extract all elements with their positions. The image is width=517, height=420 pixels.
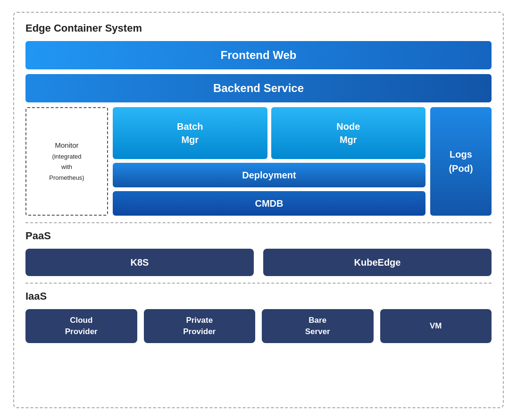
divider-ecs-paas <box>25 222 492 223</box>
center-stack: BatchMgr NodeMgr Deployment CMDB <box>113 107 425 216</box>
cmdb-box: CMDB <box>113 191 425 216</box>
top-two-row: BatchMgr NodeMgr <box>113 107 425 159</box>
kubeedge-label: KubeEdge <box>354 257 401 268</box>
cmdb-label: CMDB <box>255 198 284 209</box>
node-mgr-box: NodeMgr <box>271 107 426 159</box>
node-mgr-label: NodeMgr <box>336 120 360 146</box>
paas-title: PaaS <box>25 230 492 242</box>
batch-mgr-label: BatchMgr <box>177 120 203 146</box>
frontend-web-label: Frontend Web <box>221 49 297 62</box>
deployment-label: Deployment <box>242 170 296 181</box>
iaas-vm: VM <box>380 309 492 343</box>
paas-section: PaaS K8S KubeEdge <box>25 230 492 276</box>
iaas-bare-server: BareServer <box>262 309 374 343</box>
k8s-box: K8S <box>25 249 254 276</box>
ecs-section: Edge Container System Frontend Web Backe… <box>25 22 492 216</box>
logs-pod-box: Logs(Pod) <box>430 107 492 216</box>
iaas-vm-label: VM <box>430 320 442 332</box>
iaas-title: IaaS <box>25 290 492 302</box>
paas-row: K8S KubeEdge <box>25 249 492 276</box>
middle-row: Monitor(integratedwithPrometheus) BatchM… <box>25 107 492 216</box>
iaas-bare-label: BareServer <box>305 315 330 337</box>
backend-service-label: Backend Service <box>213 82 304 95</box>
ecs-title: Edge Container System <box>25 22 492 34</box>
batch-mgr-box: BatchMgr <box>113 107 267 159</box>
iaas-cloud-label: CloudProvider <box>65 315 98 337</box>
logs-pod-label: Logs(Pod) <box>449 147 473 176</box>
monitor-label: Monitor(integratedwithPrometheus) <box>49 140 84 183</box>
iaas-private-label: PrivateProvider <box>183 315 216 337</box>
divider-paas-iaas <box>25 283 492 284</box>
deployment-box: Deployment <box>113 163 425 187</box>
k8s-label: K8S <box>131 257 149 268</box>
monitor-box: Monitor(integratedwithPrometheus) <box>25 107 108 216</box>
backend-service-box: Backend Service <box>25 74 492 102</box>
iaas-private-provider: PrivateProvider <box>144 309 256 343</box>
main-container: Edge Container System Frontend Web Backe… <box>13 12 504 408</box>
frontend-web-box: Frontend Web <box>25 41 492 69</box>
iaas-cloud-provider: CloudProvider <box>25 309 137 343</box>
iaas-section: IaaS CloudProvider PrivateProvider BareS… <box>25 290 492 343</box>
iaas-row: CloudProvider PrivateProvider BareServer… <box>25 309 492 343</box>
kubeedge-box: KubeEdge <box>263 249 492 276</box>
